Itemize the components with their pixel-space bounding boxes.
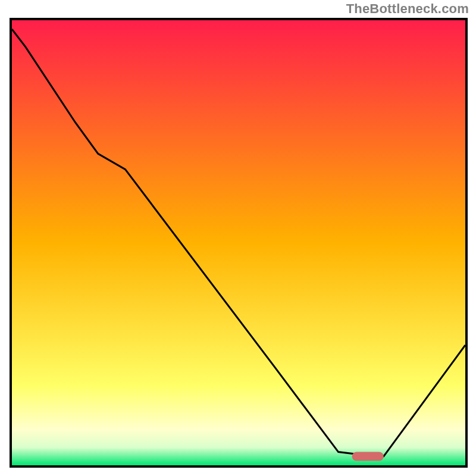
- chart-svg: [12, 20, 465, 465]
- chart-frame: [10, 18, 468, 468]
- sweet-spot-marker: [352, 452, 384, 461]
- watermark-text: TheBottleneck.com: [346, 1, 469, 17]
- chart-background: [12, 20, 465, 465]
